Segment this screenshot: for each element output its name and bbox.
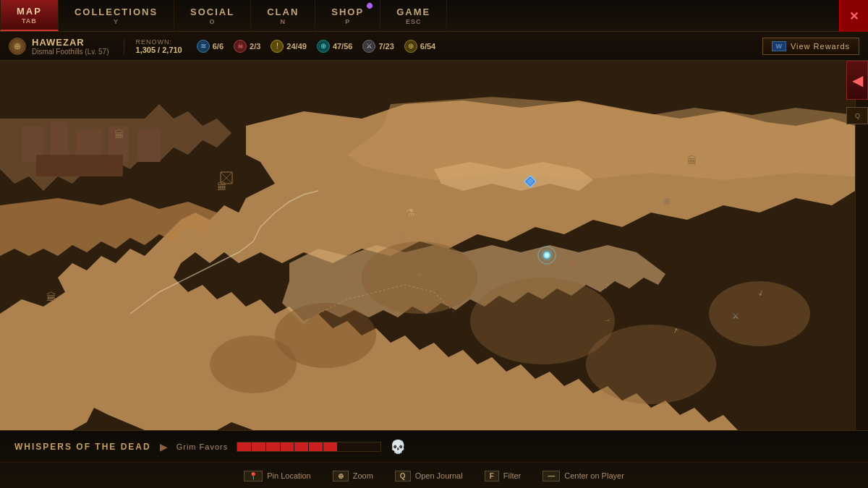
- close-button[interactable]: ✕: [839, 0, 868, 32]
- progress-seg-5: [294, 442, 309, 451]
- journal-key: Q: [395, 471, 411, 481]
- map-icon-side-quest[interactable]: ♡: [569, 259, 577, 270]
- tab-clan-label: CLAN: [267, 7, 299, 17]
- control-zoom: ⊕ Zoom: [333, 471, 373, 481]
- close-icon: ✕: [849, 9, 859, 23]
- svg-point-10: [210, 335, 297, 393]
- tab-social[interactable]: SOCIAL O: [174, 0, 251, 31]
- cellars-icon: ⊕: [317, 40, 330, 53]
- events-icon: !: [271, 40, 284, 53]
- map-icon-waypoint[interactable]: [523, 174, 537, 192]
- progress-seg-1: [237, 442, 252, 451]
- skull-icon: 💀: [390, 439, 406, 455]
- map-area[interactable]: 🏛 🏛 🏛 🏛 ⚗ ♡ ↗ → ↗ → ↗: [0, 61, 855, 430]
- tab-collections-key: Y: [114, 18, 119, 25]
- waypoints-value: 6/6: [213, 42, 224, 51]
- filter-key: F: [485, 471, 499, 481]
- map-canvas: 🏛 🏛 🏛 🏛 ⚗ ♡ ↗ → ↗ → ↗: [0, 61, 855, 430]
- center-key: —: [542, 471, 560, 481]
- tab-shop-label: SHOP: [331, 7, 364, 17]
- player-position: [537, 245, 557, 268]
- grim-favors-label: Grim Favors: [176, 442, 229, 451]
- renown-label: Renown:: [136, 38, 182, 46]
- top-navigation: MAP TAB COLLECTIONS Y SOCIAL O CLAN N SH…: [0, 0, 868, 32]
- tab-shop[interactable]: SHOP P: [315, 0, 380, 31]
- tab-collections-label: COLLECTIONS: [75, 7, 158, 17]
- control-journal: Q Open Journal: [395, 471, 463, 481]
- progress-seg-8: [338, 442, 352, 451]
- view-rewards-key: W: [772, 41, 786, 51]
- region-icon: ⊕: [9, 38, 26, 55]
- compass-icon: ◀: [852, 72, 863, 89]
- progress-seg-6: [309, 442, 323, 451]
- tab-game[interactable]: GAME ESC: [380, 0, 447, 31]
- tab-map-label: MAP: [17, 6, 42, 17]
- progress-seg-3: [266, 442, 281, 451]
- tab-shop-key: P: [345, 18, 350, 25]
- compass-button[interactable]: ◀: [846, 61, 868, 100]
- progress-seg-4: [281, 442, 295, 451]
- tab-game-label: GAME: [396, 7, 430, 17]
- map-icon-locked: ⊞: [663, 197, 670, 206]
- terrain-svg: [0, 61, 855, 430]
- region-info: HAWEZAR Dismal Foothills (Lv. 57): [32, 37, 109, 56]
- progress-seg-10: [366, 442, 380, 451]
- whispers-label: WHISPERS OF THE DEAD: [14, 442, 151, 452]
- map-icon-dungeon-4[interactable]: 🏛: [687, 155, 697, 166]
- tab-map-key: TAB: [22, 17, 37, 25]
- control-pin: 📍 Pin Location: [244, 471, 311, 481]
- bottom-bar: WHISPERS OF THE DEAD ▶ Grim Favors 💀 📍 P…: [0, 430, 868, 488]
- map-icon-dungeon-2[interactable]: 🏛: [217, 181, 227, 192]
- center-label: Center on Player: [564, 471, 624, 480]
- tab-social-label: SOCIAL: [190, 7, 234, 17]
- view-rewards-label: View Rewards: [791, 42, 850, 51]
- quests-value: 7/23: [378, 42, 393, 51]
- map-icon-dungeon-3[interactable]: 🏛: [46, 291, 56, 303]
- events-value: 24/49: [286, 42, 307, 51]
- bottom-controls: 📍 Pin Location ⊕ Zoom Q Open Journal F F…: [0, 463, 868, 488]
- zoom-key: ⊕: [333, 471, 349, 481]
- minimap-zoom-button[interactable]: Q: [846, 107, 868, 124]
- whispers-arrow: ▶: [160, 441, 168, 453]
- grim-favors-progress: [237, 442, 381, 452]
- progress-seg-9: [352, 442, 367, 451]
- svg-rect-5: [137, 129, 161, 162]
- map-icon-dungeon-1[interactable]: 🏛: [114, 129, 124, 140]
- tab-collections[interactable]: COLLECTIONS Y: [59, 0, 174, 31]
- region-name: HAWEZAR: [32, 37, 109, 48]
- pin-label: Pin Location: [267, 471, 311, 480]
- stat-events: ! 24/49: [271, 40, 307, 53]
- tab-clan-key: N: [280, 18, 286, 25]
- svg-point-21: [545, 253, 549, 257]
- tab-game-key: ESC: [406, 18, 422, 25]
- pin-key: 📍: [244, 471, 263, 481]
- altars-icon: ⊛: [404, 40, 417, 53]
- map-icon-npc[interactable]: ⚗: [406, 207, 415, 218]
- stat-quests: ⚔ 7/23: [362, 40, 393, 53]
- whispers-bar: WHISPERS OF THE DEAD ▶ Grim Favors 💀: [0, 431, 868, 463]
- dungeons-icon: ☠: [234, 40, 247, 53]
- journal-label: Open Journal: [415, 471, 463, 480]
- progress-seg-2: [252, 442, 266, 451]
- tab-map[interactable]: MAP TAB: [0, 0, 59, 31]
- dungeons-value: 2/3: [250, 42, 260, 51]
- region-sublabel: Dismal Foothills (Lv. 57): [32, 48, 109, 56]
- stat-altars: ⊛ 6/54: [404, 40, 435, 53]
- svg-point-11: [586, 325, 716, 404]
- control-filter: F Filter: [485, 471, 522, 481]
- altars-value: 6/54: [420, 42, 435, 51]
- renown-section: Renown: 1,305 / 2,710: [124, 38, 182, 54]
- map-arrow-4: →: [603, 315, 610, 323]
- waypoints-icon: ≋: [197, 40, 210, 53]
- region-bar: ⊕ HAWEZAR Dismal Foothills (Lv. 57) Reno…: [0, 32, 868, 61]
- zoom-label: Zoom: [353, 471, 373, 480]
- progress-seg-7: [323, 442, 338, 451]
- svg-rect-6: [36, 155, 123, 176]
- view-rewards-button[interactable]: W View Rewards: [762, 38, 859, 55]
- control-center: — Center on Player: [542, 471, 624, 481]
- map-sword-icon: ⚔: [732, 311, 739, 320]
- quests-icon: ⚔: [362, 40, 375, 53]
- tab-clan[interactable]: CLAN N: [251, 0, 315, 31]
- stat-waypoints: ≋ 6/6: [197, 40, 224, 53]
- renown-value: 1,305 / 2,710: [136, 46, 182, 54]
